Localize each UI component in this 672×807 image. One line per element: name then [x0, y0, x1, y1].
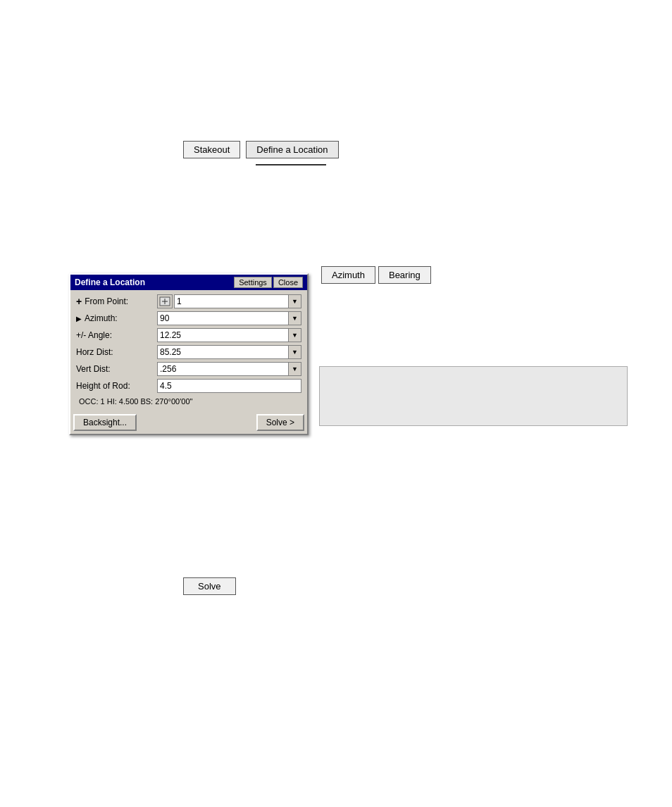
settings-button[interactable]: Settings: [234, 277, 272, 288]
height-rod-label: Height of Rod:: [76, 381, 157, 391]
angle-input[interactable]: [157, 328, 289, 342]
solve-section: Solve: [183, 577, 236, 595]
vert-dist-input-group: ▼: [157, 362, 301, 376]
azimuth-label: ▶ Azimuth:: [76, 313, 157, 323]
tab-underline: [256, 164, 326, 165]
vert-dist-row: Vert Dist: ▼: [76, 362, 301, 376]
vert-dist-label: Vert Dist:: [76, 364, 157, 374]
horz-dist-input[interactable]: [157, 345, 289, 359]
solve-button[interactable]: Solve: [183, 577, 236, 595]
azimuth-input-group: ▼: [157, 311, 301, 325]
arrow-icon: ▶: [76, 315, 82, 323]
page-container: Stakeout Define a Location Azimuth Beari…: [0, 0, 672, 807]
backsight-button[interactable]: Backsight...: [73, 414, 137, 431]
horz-dist-dropdown[interactable]: ▼: [289, 345, 301, 359]
from-point-icon-button[interactable]: [157, 294, 173, 308]
from-point-label: + From Point:: [76, 296, 157, 307]
angle-type-buttons: Azimuth Bearing: [321, 266, 431, 284]
top-tab-buttons: Stakeout Define a Location: [183, 141, 339, 158]
angle-label: +/- Angle:: [76, 330, 157, 340]
from-point-dropdown[interactable]: ▼: [289, 294, 301, 308]
azimuth-dropdown[interactable]: ▼: [289, 311, 301, 325]
close-button[interactable]: Close: [273, 277, 303, 288]
define-location-dialog: Define a Location Settings Close + From …: [69, 273, 309, 435]
plus-icon: +: [76, 296, 82, 307]
angle-dropdown[interactable]: ▼: [289, 328, 301, 342]
define-location-tab[interactable]: Define a Location: [246, 141, 338, 158]
height-rod-input-group: [157, 379, 301, 393]
from-point-input[interactable]: [174, 294, 289, 308]
vert-dist-dropdown[interactable]: ▼: [289, 362, 301, 376]
content-box: [319, 366, 628, 426]
height-rod-row: Height of Rod:: [76, 379, 301, 393]
horz-dist-input-group: ▼: [157, 345, 301, 359]
dialog-titlebar-buttons: Settings Close: [234, 277, 303, 288]
angle-input-group: ▼: [157, 328, 301, 342]
horz-dist-label: Horz Dist:: [76, 347, 157, 357]
occ-info: OCC: 1 HI: 4.500 BS: 270°00'00": [76, 396, 301, 407]
dialog-solve-button[interactable]: Solve >: [256, 414, 304, 431]
vert-dist-input[interactable]: [157, 362, 289, 376]
location-icon: [159, 296, 170, 306]
stakeout-tab[interactable]: Stakeout: [183, 141, 240, 158]
from-point-row: + From Point: ▼: [76, 294, 301, 308]
angle-row: +/- Angle: ▼: [76, 328, 301, 342]
azimuth-input[interactable]: [157, 311, 289, 325]
from-point-input-group: ▼: [157, 294, 301, 308]
azimuth-button[interactable]: Azimuth: [321, 266, 375, 284]
bearing-button[interactable]: Bearing: [378, 266, 431, 284]
dialog-footer: Backsight... Solve >: [70, 411, 307, 434]
horz-dist-row: Horz Dist: ▼: [76, 345, 301, 359]
height-rod-input[interactable]: [157, 379, 301, 393]
azimuth-row: ▶ Azimuth: ▼: [76, 311, 301, 325]
dialog-body: + From Point: ▼: [70, 290, 307, 411]
dialog-titlebar: Define a Location Settings Close: [70, 275, 307, 290]
dialog-title: Define a Location: [75, 277, 145, 287]
